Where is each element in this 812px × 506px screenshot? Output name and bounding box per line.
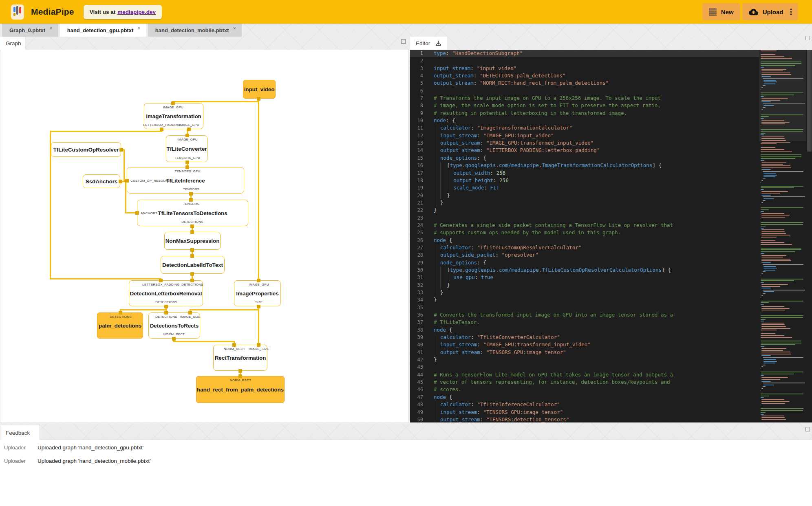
code-line[interactable]: 1type: "HandDetectionSubgraph" (410, 50, 759, 57)
code-line[interactable]: 13 output_stream: "IMAGE_GPU:transformed… (410, 139, 759, 147)
code-line[interactable]: 35 (410, 304, 759, 311)
code-line[interactable]: 7# Transforms the input image on GPU to … (410, 95, 759, 102)
code-line[interactable]: 3input_stream: "input_video" (410, 65, 759, 72)
graph-node[interactable]: DetectionLabelIdToText (161, 256, 225, 274)
code-line[interactable]: 17 output_width: 256 (410, 169, 759, 177)
visit-us-pill: Visit us at mediapipe.dev (84, 5, 162, 19)
code-line[interactable]: 24# Generates a single side packet conta… (410, 222, 759, 229)
code-line[interactable]: 48 calculator: "TfLiteInferenceCalculato… (410, 401, 759, 408)
graph-node[interactable]: SsdAnchors (83, 174, 120, 188)
code-line[interactable]: 26node { (410, 237, 759, 244)
graph-expand-icon[interactable] (401, 39, 406, 44)
graph-node[interactable]: TENSORSDETECTIONSANCHORSTfLiteTensorsToD… (137, 200, 248, 226)
code-line[interactable]: 36# Converts the transformed input image… (410, 311, 759, 319)
graph-node[interactable]: NonMaxSuppression (164, 232, 221, 250)
code-line[interactable]: 32 } (410, 282, 759, 289)
graph-node[interactable]: TENSORS_GPUTENSORSCUSTOM_OP_RESOLVERTfLi… (127, 167, 244, 194)
code-line[interactable]: 20 } (410, 192, 759, 199)
code-line[interactable]: 45# vector of tensors representing, for … (410, 378, 759, 386)
graph-node-title: ImageProperties (234, 290, 280, 297)
code-line[interactable]: 46# scores. (410, 386, 759, 393)
editor-scrollbar-thumb[interactable] (807, 50, 812, 152)
graph-node[interactable]: DETECTIONSpalm_detections (97, 312, 143, 339)
graph-node[interactable]: IMAGE_GPULETTERBOX_PADDINGIMAGE_GPUImage… (144, 103, 203, 129)
code-line[interactable]: 29 node_options: { (410, 259, 759, 266)
code-line[interactable]: 9# resulting in potential letterboxing i… (410, 110, 759, 117)
minimap-line (761, 401, 790, 402)
port-marker (164, 311, 168, 315)
graph-node[interactable]: input_video (243, 80, 276, 99)
code-line[interactable]: 43 (410, 363, 759, 371)
code-line[interactable]: 42} (410, 356, 759, 363)
file-tab[interactable]: hand_detection_gpu.pbtxt× (60, 24, 146, 37)
graph-node[interactable]: DETECTIONSIMAGE_SIZENORM_RECTDetectionsT… (148, 312, 200, 339)
code-line[interactable]: 38node { (410, 326, 759, 334)
download-icon[interactable] (435, 40, 442, 47)
code-line[interactable]: 23 (410, 214, 759, 222)
code-line[interactable]: 19 scale_mode: FIT (410, 184, 759, 191)
code-line[interactable]: 40 input_stream: "IMAGE_GPU:transformed_… (410, 341, 759, 348)
graph-node[interactable]: IMAGE_GPUTENSORS_GPUTfLiteConverter (166, 135, 207, 162)
code-line[interactable]: 5output_stream: "NORM_RECT:hand_rect_fro… (410, 79, 759, 87)
minimap-line (761, 187, 794, 188)
close-icon[interactable]: × (137, 25, 141, 31)
graph-node[interactable]: NORM_RECThand_rect_from_palm_detections (196, 376, 285, 403)
tab-feedback[interactable]: Feedback (0, 425, 40, 440)
code-line[interactable]: 33 } (410, 289, 759, 296)
code-line[interactable]: 27 calculator: "TfLiteCustomOpResolverCa… (410, 244, 759, 251)
code-line[interactable]: 10node: { (410, 117, 759, 124)
graph-node[interactable]: NORM_RECTIMAGE_SIZERectTransformation (213, 345, 267, 371)
minimap[interactable] (759, 50, 806, 422)
code-line[interactable]: 15 node_options: { (410, 154, 759, 162)
code-line[interactable]: 22} (410, 207, 759, 214)
code-line[interactable]: 30 [type.googleapis.com/mediapipe.TfLite… (410, 266, 759, 274)
code-line[interactable]: 47node { (410, 394, 759, 401)
close-icon[interactable]: × (233, 25, 236, 31)
graph-canvas[interactable]: input_videoIMAGE_GPULETTERBOX_PADDINGIMA… (0, 50, 409, 423)
code-line[interactable]: 50 output_stream: "TENSORS:detection_ten… (410, 416, 759, 422)
editor-panel[interactable]: 1type: "HandDetectionSubgraph"23input_st… (410, 50, 812, 422)
code-text: # TfLiteTensor. (434, 319, 480, 326)
minimap-line (763, 271, 766, 272)
feedback-expand-icon[interactable] (805, 427, 810, 431)
code-line[interactable]: 21 } (410, 199, 759, 207)
code-line[interactable]: 25# supports custom ops needed by the mo… (410, 229, 759, 236)
tab-editor[interactable]: Editor (410, 37, 447, 50)
code-line[interactable]: 8# image, the scale_mode option is set t… (410, 102, 759, 109)
file-tab[interactable]: hand_detection_mobile.pbtxt× (148, 24, 242, 37)
code-line[interactable]: 14 output_stream: "LETTERBOX_PADDING:let… (410, 147, 759, 154)
code-line[interactable]: 39 calculator: "TfLiteConverterCalculato… (410, 334, 759, 341)
code-line[interactable]: 28 output_side_packet: "opresolver" (410, 251, 759, 259)
code-line[interactable]: 49 input_stream: "TENSORS_GPU:image_tens… (410, 409, 759, 416)
code-line[interactable]: 34} (410, 296, 759, 304)
editor-expand-icon[interactable] (805, 36, 810, 40)
code-line[interactable]: 16 [type.googleapis.com/mediapipe.ImageT… (410, 162, 759, 169)
upload-button[interactable]: Upload (742, 3, 798, 20)
editor-scrollbar[interactable] (806, 50, 812, 422)
minimap-line (763, 268, 777, 268)
mediapipe-dev-link[interactable]: mediapipe.dev (117, 9, 156, 15)
graph-node[interactable]: IMAGE_GPUSIZEImageProperties (234, 280, 281, 306)
more-options-icon[interactable] (790, 9, 792, 15)
file-tab[interactable]: Graph_0.pbtxt× (2, 24, 58, 37)
minimap-line (761, 189, 764, 190)
code-text: type: "HandDetectionSubgraph" (434, 50, 523, 57)
code-lines[interactable]: 1type: "HandDetectionSubgraph"23input_st… (410, 50, 759, 422)
minimap-line (761, 286, 780, 287)
code-line[interactable]: 37# TfLiteTensor. (410, 319, 759, 326)
code-line[interactable]: 11 calculator: "ImageTransformationCalcu… (410, 124, 759, 132)
close-icon[interactable]: × (49, 25, 53, 31)
code-line[interactable]: 4output_stream: "DETECTIONS:palm_detecti… (410, 72, 759, 79)
tab-graph[interactable]: Graph (0, 37, 25, 50)
code-line[interactable]: 18 output_height: 256 (410, 177, 759, 184)
new-button[interactable]: New (702, 3, 740, 20)
file-tab-label: hand_detection_gpu.pbtxt (67, 27, 134, 33)
code-line[interactable]: 31 use_gpu: true (410, 274, 759, 281)
code-line[interactable]: 41 output_stream: "TENSORS_GPU:image_ten… (410, 349, 759, 356)
code-line[interactable]: 6 (410, 87, 759, 95)
code-line[interactable]: 12 input_stream: "IMAGE_GPU:input_video" (410, 132, 759, 139)
code-line[interactable]: 44# Runs a TensorFlow Lite model on GPU … (410, 371, 759, 378)
code-line[interactable]: 2 (410, 57, 759, 64)
graph-node[interactable]: TfLiteCustomOpResolver (51, 142, 121, 157)
graph-node[interactable]: LETTERBOX_PADDINGDETECTIONSDETECTIONSDet… (129, 280, 203, 306)
